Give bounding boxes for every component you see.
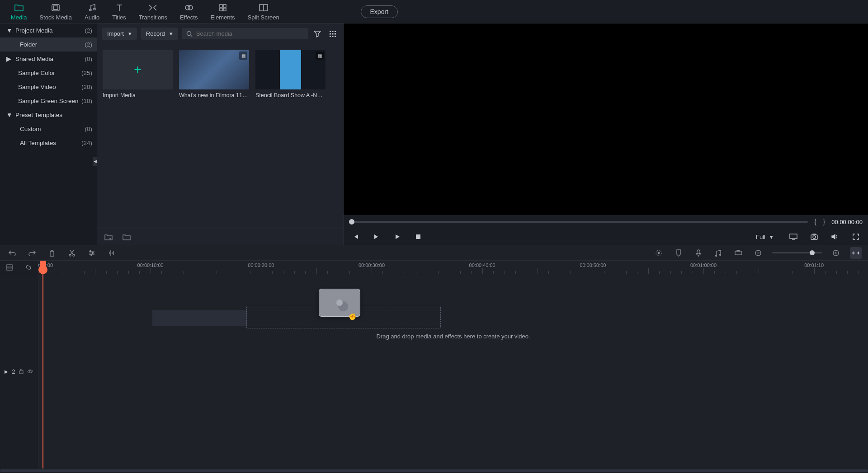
preview-timecode: 00:00:00:00	[831, 219, 863, 225]
media-card-name: Stencil Board Show A -N…	[255, 92, 326, 98]
tab-label: Effects	[180, 14, 198, 21]
sidebar-item-shared-media[interactable]: ▶ Shared Media (0)	[0, 52, 97, 66]
mark-in-icon[interactable]: {	[814, 218, 816, 226]
zoom-slider-knob[interactable]	[810, 250, 815, 255]
svg-point-35	[92, 252, 94, 253]
sidebar-item-count: (0)	[85, 56, 93, 62]
media-grid: + Import Media ▦ What's new in Filmora 1…	[97, 44, 343, 104]
link-tracks-button[interactable]	[23, 262, 34, 273]
render-preview-button[interactable]	[653, 247, 665, 259]
transition-icon	[148, 3, 158, 13]
tab-elements[interactable]: Elements	[204, 0, 241, 23]
redo-button[interactable]	[26, 247, 38, 259]
sidebar-item-label: Sample Video	[18, 84, 81, 90]
tab-stock-media[interactable]: Stock Media	[33, 0, 78, 23]
visibility-icon[interactable]	[27, 369, 33, 374]
tab-transitions[interactable]: Transitions	[132, 0, 174, 23]
sidebar-item-sample-green-screen[interactable]: Sample Green Screen (10)	[0, 94, 97, 108]
media-card[interactable]: ▦ What's new in Filmora 11…	[179, 50, 249, 98]
keyframe-button[interactable]	[732, 247, 744, 259]
svg-point-3	[94, 8, 95, 10]
import-dropdown[interactable]: Import ▾	[102, 28, 137, 40]
marker-button[interactable]	[673, 247, 684, 259]
sidebar-item-sample-video[interactable]: Sample Video (20)	[0, 80, 97, 94]
tab-media[interactable]: Media	[5, 0, 33, 23]
sidebar-item-project-media[interactable]: ▼ Project Media (2)	[0, 23, 97, 37]
display-mode-button[interactable]	[788, 231, 799, 243]
play-button[interactable]	[392, 231, 403, 243]
zoom-in-button[interactable]	[830, 247, 842, 259]
drag-ghost	[319, 289, 360, 317]
svg-rect-16	[335, 31, 336, 32]
crop-button[interactable]	[86, 247, 98, 259]
grid-view-button[interactable]	[327, 28, 339, 40]
svg-point-27	[813, 236, 816, 239]
tab-titles[interactable]: Titles	[106, 0, 132, 23]
svg-rect-14	[330, 31, 331, 32]
media-card[interactable]: ▦ Stencil Board Show A -N…	[255, 50, 326, 98]
tab-audio[interactable]: Audio	[78, 0, 106, 23]
import-label: Import	[107, 30, 124, 37]
voiceover-button[interactable]	[693, 247, 704, 259]
svg-rect-18	[332, 33, 334, 34]
timeline-h-scrollbar[interactable]	[0, 468, 868, 473]
scrub-track[interactable]	[349, 221, 808, 223]
track-options-button[interactable]	[4, 262, 15, 273]
snapshot-button[interactable]	[808, 231, 820, 243]
folder-icon	[14, 3, 24, 13]
record-dropdown[interactable]: Record ▾	[141, 28, 178, 40]
tracks-area[interactable]: 00:00:00:0000:00:10:0000:00:20:0000:00:3…	[38, 261, 868, 468]
new-folder-button[interactable]	[103, 231, 114, 243]
tab-split-screen[interactable]: Split Screen	[241, 0, 286, 23]
sidebar-item-preset-templates[interactable]: ▼ Preset Templates	[0, 108, 97, 122]
video-badge-icon: ▦	[239, 52, 247, 60]
step-back-button[interactable]	[350, 231, 362, 243]
sidebar-item-label: Sample Color	[18, 70, 81, 76]
video-badge-icon: ▦	[316, 52, 324, 60]
stop-button[interactable]	[412, 231, 424, 243]
step-forward-button[interactable]	[371, 231, 382, 243]
search-input[interactable]	[196, 30, 303, 37]
split-button[interactable]	[66, 247, 78, 259]
timeline-ruler[interactable]: 00:00:00:0000:00:10:0000:00:20:0000:00:3…	[38, 261, 868, 274]
search-icon	[186, 31, 193, 37]
ruler-timecode: 00:00:20:00	[248, 262, 274, 268]
volume-button[interactable]	[829, 231, 841, 243]
audio-mixer-button[interactable]	[712, 247, 724, 259]
text-icon	[114, 3, 124, 13]
scrub-handle[interactable]	[349, 219, 354, 225]
open-folder-button[interactable]	[121, 231, 132, 243]
plus-icon: +	[103, 50, 173, 89]
preview-quality-dropdown[interactable]: Full ▾	[750, 231, 778, 243]
media-thumbnail: ▦	[255, 50, 326, 89]
mark-out-icon[interactable]: }	[823, 218, 825, 226]
lock-icon[interactable]	[19, 369, 24, 374]
sidebar-item-all-templates[interactable]: All Templates (24)	[0, 136, 97, 150]
record-label: Record	[146, 30, 165, 37]
undo-button[interactable]	[6, 247, 18, 259]
sidebar-item-label: Preset Templates	[15, 112, 92, 118]
chevron-down-icon: ▼	[6, 112, 13, 118]
export-button[interactable]: Export	[361, 5, 398, 18]
delete-button[interactable]	[46, 247, 58, 259]
ruler-timecode: 00:00:50:00	[580, 262, 606, 268]
zoom-fit-button[interactable]	[850, 247, 862, 259]
fullscreen-button[interactable]	[850, 231, 862, 243]
sidebar-item-custom[interactable]: Custom (0)	[0, 122, 97, 136]
sidebar-item-sample-color[interactable]: Sample Color (25)	[0, 66, 97, 80]
audio-tools-button[interactable]	[106, 247, 118, 259]
svg-rect-21	[332, 36, 334, 37]
zoom-out-button[interactable]	[752, 247, 764, 259]
tab-effects[interactable]: Effects	[174, 0, 204, 23]
filter-button[interactable]	[311, 28, 323, 40]
zoom-slider[interactable]	[772, 252, 822, 253]
sidebar-item-label: Shared Media	[15, 56, 85, 62]
preview-canvas[interactable]	[344, 23, 868, 215]
import-media-card[interactable]: + Import Media	[103, 50, 173, 98]
video-track-icon: ▶	[5, 369, 8, 374]
playhead[interactable]	[40, 261, 47, 468]
svg-rect-22	[335, 36, 336, 37]
sidebar-collapse-handle[interactable]: ◀	[93, 157, 97, 166]
chevron-down-icon: ▾	[770, 234, 773, 240]
sidebar-item-folder[interactable]: Folder (2)	[0, 37, 97, 52]
